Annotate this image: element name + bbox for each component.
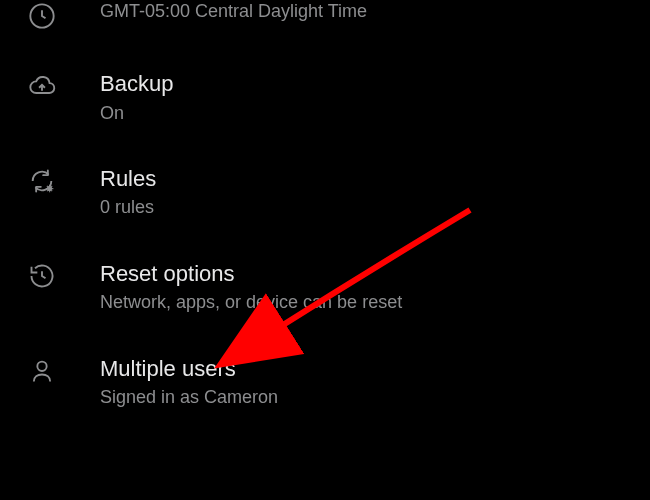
users-title: Multiple users [100, 355, 626, 383]
rules-subtitle: 0 rules [100, 196, 626, 219]
cloud-upload-icon [24, 70, 76, 100]
settings-item-datetime[interactable]: GMT-05:00 Central Daylight Time [0, 0, 650, 50]
backup-subtitle: On [100, 102, 626, 125]
backup-title: Backup [100, 70, 626, 98]
datetime-subtitle: GMT-05:00 Central Daylight Time [100, 0, 626, 23]
reset-subtitle: Network, apps, or device can be reset [100, 291, 626, 314]
refresh-gear-icon [24, 165, 76, 195]
clock-icon [24, 0, 76, 30]
rules-title: Rules [100, 165, 626, 193]
settings-item-rules[interactable]: Rules 0 rules [0, 145, 650, 240]
history-icon [24, 260, 76, 290]
settings-item-reset[interactable]: Reset options Network, apps, or device c… [0, 240, 650, 335]
users-subtitle: Signed in as Cameron [100, 386, 626, 409]
settings-list: GMT-05:00 Central Daylight Time Backup O… [0, 0, 650, 430]
settings-item-users[interactable]: Multiple users Signed in as Cameron [0, 335, 650, 430]
person-icon [24, 355, 76, 385]
svg-point-2 [37, 361, 46, 370]
reset-title: Reset options [100, 260, 626, 288]
settings-item-backup[interactable]: Backup On [0, 50, 650, 145]
